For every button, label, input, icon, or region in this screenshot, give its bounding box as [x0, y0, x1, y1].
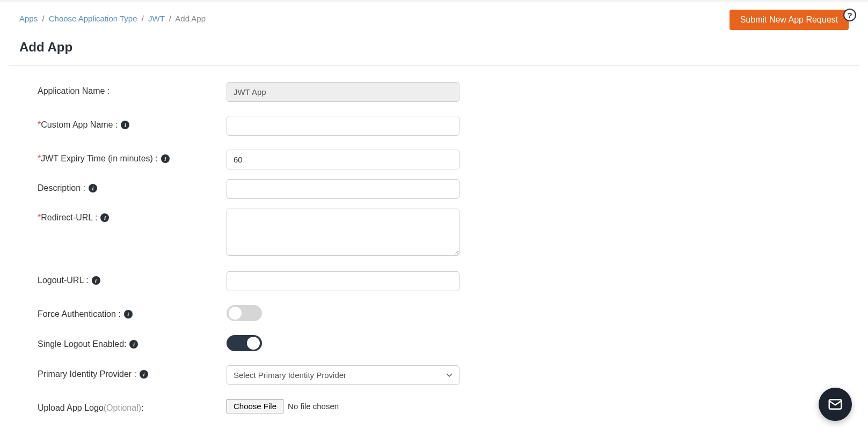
page-title: Add App [19, 40, 849, 55]
choose-file-button[interactable]: Choose File [227, 399, 283, 413]
breadcrumb-sep: / [142, 14, 144, 23]
jwt-expiry-input[interactable] [227, 150, 459, 169]
force-auth-toggle[interactable] [227, 305, 262, 321]
custom-app-name-input[interactable] [227, 116, 459, 136]
divider [9, 65, 859, 66]
application-name-label: Application Name : [38, 82, 227, 96]
help-icon[interactable]: ? [843, 9, 856, 21]
primary-idp-label: Primary Identity Provider : i [38, 365, 227, 379]
description-input[interactable] [227, 179, 459, 199]
info-icon[interactable]: i [140, 370, 148, 379]
description-label: Description : i [38, 179, 227, 193]
force-auth-label: Force Authentication : i [38, 305, 227, 319]
breadcrumb-sep: / [42, 14, 44, 23]
breadcrumb-jwt[interactable]: JWT [148, 14, 165, 23]
breadcrumb-sep: / [169, 14, 171, 23]
custom-app-name-label: *Custom App Name : i [38, 116, 227, 130]
info-icon[interactable]: i [161, 154, 170, 163]
mail-icon [827, 396, 843, 412]
redirect-url-label: *Redirect-URL : i [38, 209, 227, 223]
breadcrumb-choose-type[interactable]: Choose Application Type [49, 14, 137, 23]
chat-fab[interactable] [819, 388, 852, 421]
logout-url-label: Logout-URL : i [38, 271, 227, 285]
single-logout-label: Single Logout Enabled: i [38, 335, 227, 349]
primary-idp-select[interactable]: Select Primary Identity Provider [227, 365, 459, 385]
upload-logo-label: Upload App Logo (Optional): [38, 399, 227, 413]
info-icon[interactable]: i [92, 276, 100, 285]
breadcrumb: Apps / Choose Application Type / JWT / A… [19, 10, 206, 23]
single-logout-toggle[interactable] [227, 335, 262, 351]
info-icon[interactable]: i [124, 310, 133, 319]
info-icon[interactable]: i [100, 213, 109, 222]
add-app-form: Application Name : *Custom App Name : i … [19, 82, 849, 413]
application-name-input [227, 82, 459, 102]
info-icon[interactable]: i [121, 121, 129, 129]
info-icon[interactable]: i [89, 184, 97, 192]
logout-url-input[interactable] [227, 271, 459, 291]
info-icon[interactable]: i [129, 340, 138, 349]
redirect-url-input[interactable] [227, 209, 459, 256]
breadcrumb-current: Add App [175, 14, 206, 23]
breadcrumb-apps[interactable]: Apps [19, 14, 38, 23]
submit-new-app-button[interactable]: Submit New App Request [730, 10, 849, 30]
jwt-expiry-label: *JWT Expiry Time (in minutes) : i [38, 150, 227, 164]
file-status-text: No file chosen [288, 402, 339, 411]
